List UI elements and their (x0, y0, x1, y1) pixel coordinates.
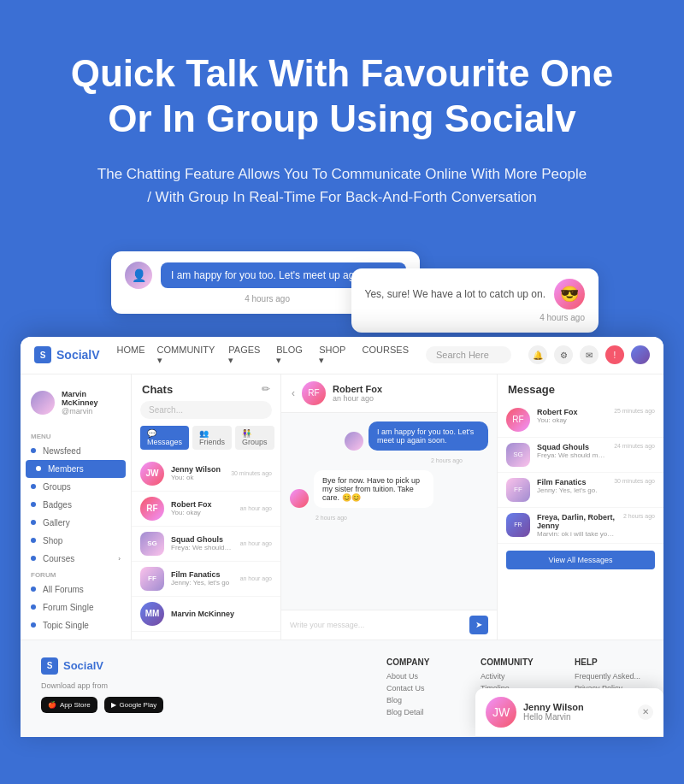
sidebar-dot-newsfeed (31, 448, 36, 453)
chat-contact-name: Robert Fox (333, 384, 486, 394)
app-store-button[interactable]: 🍎 App Store (41, 697, 97, 713)
sidebar-item-badges[interactable]: Badges (21, 496, 131, 514)
nav-links: HOME COMMUNITY ▾ PAGES ▾ BLOG ▾ SHOP ▾ C… (117, 345, 409, 366)
sidebar-item-groups[interactable]: Groups (21, 478, 131, 496)
footer-download-label: Download app from (41, 681, 361, 690)
sidebar-item-all-forums[interactable]: All Forums (21, 581, 131, 598)
nav-bell-icon[interactable]: 🔔 (528, 345, 547, 364)
sidebar-label-members: Members (48, 464, 84, 474)
nav-notification-icon[interactable]: ! (605, 345, 624, 364)
sidebar-dot-gallery (31, 520, 36, 525)
nav-icons: 🔔 ⚙ ✉ ! (528, 345, 650, 364)
nav-home[interactable]: HOME (117, 345, 145, 366)
sidebar-username: Marvin McKinney (62, 390, 121, 407)
sidebar-dot-groups (31, 484, 36, 489)
app-layout: Marvin McKinney @marvin MENU Newsfeed Me… (21, 374, 663, 640)
footer-logo: S SocialV (41, 657, 361, 675)
chat-info-marvin: Marvin McKinney (171, 610, 272, 618)
msg-panel-item-robert[interactable]: RF Robert Fox You: okay 25 minutes ago (498, 403, 663, 438)
bubble-left-avatar: 👤 (125, 262, 152, 289)
nav-search[interactable]: Search Here (426, 346, 511, 363)
chat-info-robert: Robert Fox You: okay (171, 500, 233, 516)
footer-help-title: HELP (575, 657, 643, 667)
nav-community[interactable]: COMMUNITY ▾ (157, 345, 217, 366)
nav-logo: S SocialV (34, 346, 100, 363)
msg-panel-item-film[interactable]: FF Film Fanatics Jenny: Yes, let's go. 3… (498, 473, 663, 508)
sidebar-item-newsfeed[interactable]: Newsfeed (21, 442, 131, 460)
view-all-messages-button[interactable]: View All Messages (506, 551, 655, 569)
msg-panel-name-film: Film Fanatics (537, 478, 607, 486)
chat-item-marvin[interactable]: MM Marvin McKinney (132, 597, 280, 632)
msg-panel-item-squad[interactable]: SG Squad Ghouls Freya: We should make us… (498, 438, 663, 473)
sidebar-item-members[interactable]: Members (26, 460, 126, 478)
sidebar-dot-badges (31, 502, 36, 507)
bubble-right-time: 4 hours ago (365, 313, 585, 322)
bubble-right-message: Yes, sure! We have a lot to catch up on. (365, 288, 545, 300)
footer-logo-text: SocialV (63, 659, 103, 672)
chat-item-film[interactable]: FF Film Fanatics Jenny: Yes, let's go an… (132, 562, 280, 597)
footer-activity-link[interactable]: Activity (481, 672, 549, 681)
footer-blog-link[interactable]: Blog (386, 696, 455, 704)
chat-input-placeholder[interactable]: Write your message... (290, 621, 463, 629)
app-screenshot: S SocialV HOME COMMUNITY ▾ PAGES ▾ BLOG … (21, 337, 663, 737)
msg-panel-time-film: 30 minutes ago (614, 478, 655, 484)
sidebar-item-topic-single[interactable]: Topic Single (21, 616, 131, 634)
sidebar-chevron-courses: › (118, 555, 121, 563)
sidebar-label-groups: Groups (43, 482, 71, 492)
nav-settings-icon[interactable]: ⚙ (554, 345, 573, 364)
chat-avatar-jenny: JW (140, 462, 164, 486)
footer-col-company: COMPANY About Us Contact Us Blog Blog De… (386, 657, 455, 720)
chat-bubble-1: I am happy for you too. Let's meet up ag… (369, 421, 488, 451)
nav-courses[interactable]: COURSES (363, 345, 409, 366)
msg-panel-item-group[interactable]: FR Freya, Darlin, Robert, Jenny Marvin: … (498, 508, 663, 544)
nav-shop[interactable]: SHOP ▾ (319, 345, 350, 366)
sidebar-label-gallery: Gallery (43, 518, 70, 528)
sidebar-item-shop[interactable]: Shop (21, 532, 131, 550)
chat-name-marvin: Marvin McKinney (171, 610, 272, 618)
chat-header: ‹ RF Robert Fox an hour ago (281, 374, 497, 413)
chat-item-squad[interactable]: SG Squad Ghouls Freya: We should make ca… (132, 527, 280, 562)
chat-tab-friends[interactable]: 👥 Friends (192, 426, 232, 450)
chat-tab-messages[interactable]: 💬 Messages (140, 426, 189, 450)
nav-logo-text: SocialV (56, 348, 100, 362)
google-play-button[interactable]: ▶ Google Play (104, 697, 164, 713)
chat-compose-icon[interactable]: ✏ (262, 383, 270, 395)
chat-avatar-robert: RF (140, 497, 164, 521)
chat-time-film: an hour ago (240, 575, 272, 581)
chat-main: ‹ RF Robert Fox an hour ago I am happy f… (281, 374, 497, 640)
msg-panel-avatar-group: FR (506, 513, 530, 537)
footer-logo-icon: S (41, 657, 58, 675)
chat-time-squad: an hour ago (240, 540, 272, 546)
chat-time-jenny: 30 minutes ago (231, 470, 272, 476)
chat-send-button[interactable]: ➤ (469, 616, 488, 634)
footer-faq-link[interactable]: Frequently Asked... (575, 672, 643, 681)
nav-pages[interactable]: PAGES ▾ (228, 345, 264, 366)
footer-app-buttons: 🍎 App Store ▶ Google Play (41, 697, 361, 713)
chat-info-jenny: Jenny Wilson You: ok (171, 465, 224, 481)
chat-tab-groups[interactable]: 👫 Groups (235, 426, 274, 450)
sidebar-user-avatar (31, 391, 55, 415)
hero-title: Quick Talk With Favourite One Or In Grou… (68, 51, 616, 142)
nav-blog[interactable]: BLOG ▾ (276, 345, 307, 366)
footer-brand: S SocialV Download app from 🍎 App Store … (41, 657, 361, 720)
chat-search[interactable]: Search... (140, 401, 272, 419)
nav-message-icon[interactable]: ✉ (580, 345, 598, 364)
chat-time-2: 2 hours ago (290, 515, 488, 521)
msg-panel-info-film: Film Fanatics Jenny: Yes, let's go. (537, 478, 607, 494)
chat-item-robert[interactable]: RF Robert Fox You: okay an hour ago (132, 492, 280, 527)
sidebar-label-topicsingle: Topic Single (43, 621, 89, 630)
nav-user-avatar[interactable] (631, 345, 650, 364)
sidebar-item-gallery[interactable]: Gallery (21, 514, 131, 532)
chat-back-icon[interactable]: ‹ (292, 387, 295, 399)
sidebar-item-forum-single[interactable]: Forum Single (21, 598, 131, 616)
footer-contact-link[interactable]: Contact Us (386, 684, 455, 693)
chat-item-jenny[interactable]: JW Jenny Wilson You: ok 30 minutes ago (132, 457, 280, 492)
msg-panel-time-robert: 25 minutes ago (614, 408, 655, 414)
sidebar-item-courses[interactable]: Courses › (21, 550, 131, 568)
chat-preview-jenny: You: ok (171, 474, 224, 481)
footer-blogdetail-link[interactable]: Blog Detail (386, 708, 455, 716)
chat-list-panel: Chats ✏ Search... 💬 Messages 👥 Friends 👫… (132, 374, 281, 640)
chat-popup-close-button[interactable]: ✕ (638, 704, 653, 720)
footer-about-link[interactable]: About Us (386, 672, 455, 681)
chat-popup-info: Jenny Wilson Hello Marvin (523, 702, 631, 722)
